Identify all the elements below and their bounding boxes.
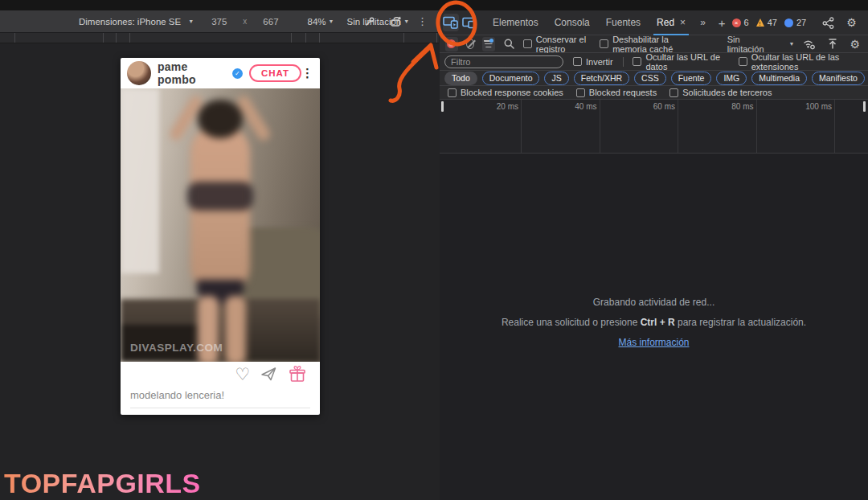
instruction-prefix: Realice una solicitud o presione [502,317,641,328]
dock-side-icon[interactable] [462,14,477,31]
filter-pill-img[interactable]: IMG [716,72,747,85]
checkbox-icon [523,39,532,48]
clear-network-icon[interactable] [466,39,474,49]
timeline-handle-right[interactable] [863,101,866,112]
photo-watermark: DIVASPLAY.COM [130,342,223,354]
filter-pill-js[interactable]: JS [544,72,568,85]
tab-consola[interactable]: Consola [547,10,598,35]
blocked-requests-label: Blocked requests [589,88,657,97]
preserve-log-checkbox[interactable]: Conservar el registro [523,35,592,54]
network-empty-state: Grabando actividad de red... Realice una… [440,297,868,348]
toggle-device-toolbar-icon[interactable] [443,14,459,31]
tab-red[interactable]: Red × [649,10,694,35]
third-party-requests-checkbox[interactable]: Solicitudes de terceros [669,88,772,97]
network-throttle-value: Sin limitación [727,35,764,54]
checkbox-icon [448,88,457,97]
more-tabs-icon[interactable]: » [694,17,712,28]
chevron-down-icon: ▼ [329,18,334,24]
photo-subject [121,88,320,362]
issues-count: 27 [796,18,806,27]
viewport-width-field[interactable]: 375 [211,17,227,27]
rotate-device-icon[interactable] [390,16,403,27]
chevron-down-icon: ▼ [789,41,795,47]
post-photo[interactable]: DIVASPLAY.COM [121,88,320,362]
preserve-log-label: Conservar el registro [536,35,592,54]
filter-input[interactable] [444,55,563,68]
warning-icon: ! [756,18,764,27]
learn-more-link[interactable]: Más información [618,337,689,348]
timeline-gridline [756,100,757,153]
new-tab-icon[interactable]: + [712,16,732,30]
zoom-dropdown[interactable]: 84% ▼ [308,17,334,27]
filter-pill-fuente[interactable]: Fuente [671,72,712,85]
disable-cache-label: Deshabilitar la memoria caché [612,35,695,54]
eyedropper-icon[interactable] [364,16,375,27]
timeline-handle-left[interactable] [441,101,444,112]
gift-icon[interactable] [288,365,307,383]
post-actions: ♡ [121,362,320,384]
network-timeline-overview[interactable]: 20 ms 40 ms 60 ms 80 ms 100 ms [440,100,868,154]
devtools-tabbar: Elementos Consola Fuentes Red × » + × 6 … [440,10,868,35]
device-toolbar: Dimensiones: iPhone SE ▼ 375 x 667 84% ▼… [0,10,439,32]
tab-separator [129,33,130,43]
browser-tab-strip[interactable] [0,32,439,43]
share-icon[interactable] [822,17,834,29]
tab-elementos[interactable]: Elementos [485,10,547,35]
page-viewport: pame pombo ✓ CHAT ⋮ [0,43,439,489]
zoom-value: 84% [308,17,326,27]
blocked-requests-checkbox[interactable]: Blocked requests [576,88,657,97]
device-dimensions-dropdown[interactable]: Dimensiones: iPhone SE ▼ [79,17,194,27]
share-plane-icon[interactable] [260,366,277,382]
filter-pill-todo[interactable]: Todo [444,72,477,85]
tab-separator [14,33,15,43]
hide-extension-urls-checkbox[interactable]: Ocultar las URL de las extensiones [739,52,868,72]
viewport-height-field[interactable]: 667 [263,17,278,27]
hide-data-urls-label: Ocultar las URL de datos [645,52,728,72]
search-icon[interactable] [503,38,515,50]
hide-data-urls-checkbox[interactable]: Ocultar las URL de datos [633,52,728,72]
network-conditions-icon[interactable] [802,38,816,50]
warnings-badge[interactable]: ! 47 [756,18,777,27]
console-badges[interactable]: × 6 ! 47 27 [732,18,807,27]
filter-pill-fetch-xhr[interactable]: Fetch/XHR [574,72,629,85]
chat-button[interactable]: CHAT [249,64,301,82]
network-settings-gear-icon[interactable]: ⚙ [850,39,860,50]
import-har-icon[interactable] [827,38,838,50]
verified-badge-icon: ✓ [232,68,243,79]
site-logo: TOPFAPGIRLS [4,468,201,499]
avatar[interactable] [127,61,151,85]
checkbox-icon [739,57,747,66]
issues-badge[interactable]: 27 [784,18,806,27]
timeline-tick: 80 ms [706,102,754,111]
disable-cache-checkbox[interactable]: Deshabilitar la memoria caché [600,35,695,54]
settings-gear-icon[interactable]: ⚙ [846,17,857,28]
checkbox-icon [633,57,641,66]
tab-separator [403,33,404,43]
instruction-suffix: para registrar la actualización. [675,317,806,328]
record-network-button[interactable] [445,37,458,51]
filter-toggle-icon[interactable] [482,37,495,51]
errors-badge[interactable]: × 6 [732,18,749,27]
tab-fuentes[interactable]: Fuentes [598,10,649,35]
filter-pill-documento[interactable]: Documento [482,72,540,85]
tab-close-icon[interactable]: × [680,17,686,28]
like-heart-icon[interactable]: ♡ [235,366,250,383]
device-toolbar-menu-icon[interactable]: ⋮ [417,16,428,27]
errors-count: 6 [744,18,749,27]
checkbox-icon [576,88,585,97]
filter-pill-multimedia[interactable]: Multimedia [751,72,807,85]
timeline-gridline [834,100,835,153]
invert-checkbox[interactable]: Invertir [573,57,613,67]
error-icon: × [732,18,741,27]
blocked-response-cookies-checkbox[interactable]: Blocked response cookies [448,88,563,97]
devtools-panel: Elementos Consola Fuentes Red × » + × 6 … [440,10,868,500]
warnings-count: 47 [768,18,777,27]
tab-separator [436,33,437,43]
filter-pill-manifiesto[interactable]: Manifiesto [812,72,865,85]
filter-pill-css[interactable]: CSS [634,72,666,85]
post-header: pame pombo ✓ CHAT ⋮ [121,58,320,88]
network-throttling-dropdown[interactable]: Sin limitación ▼ [727,35,795,54]
username: pame pombo [158,60,229,86]
timeline-tick: 100 ms [784,102,832,111]
post-menu-icon[interactable]: ⋮ [301,66,313,80]
